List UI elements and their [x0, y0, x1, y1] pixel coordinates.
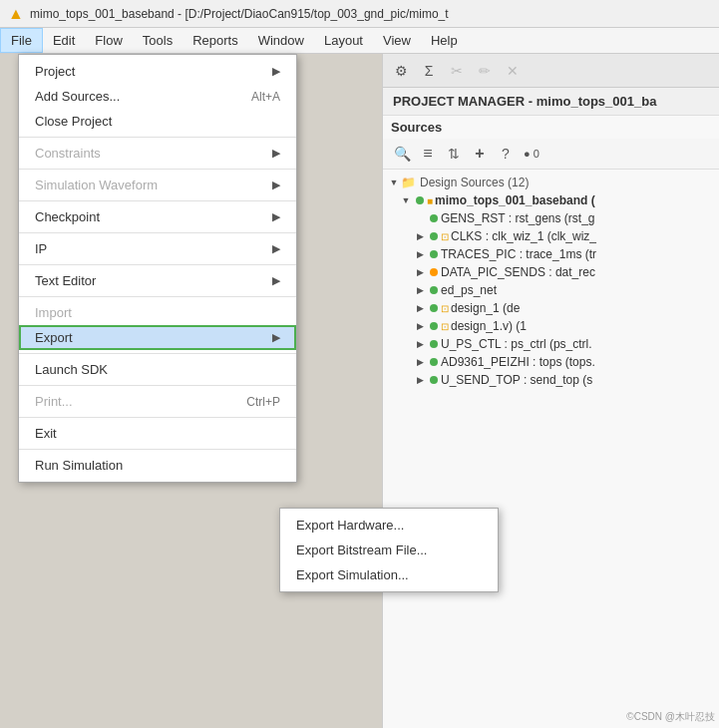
- menu-view[interactable]: View: [373, 28, 421, 53]
- expand-icon: ▶: [413, 265, 427, 279]
- tree-item[interactable]: ▶ TRACES_PIC : trace_1ms (tr: [383, 245, 719, 263]
- status-dot: [430, 340, 438, 348]
- menu-reports[interactable]: Reports: [182, 28, 248, 53]
- app-icon: ▲: [8, 6, 24, 22]
- menu-item-close-project[interactable]: Close Project: [19, 109, 296, 134]
- tree-item[interactable]: ▶ ed_ps_net: [383, 281, 719, 299]
- folder-icon: 📁: [401, 176, 416, 189]
- tree-item[interactable]: ▶ ⊡ CLKS : clk_wiz_1 (clk_wiz_: [383, 227, 719, 245]
- menu-item-text-editor[interactable]: Text Editor ▶: [19, 268, 296, 293]
- status-dot: [430, 322, 438, 330]
- toolbar-settings[interactable]: ⚙: [389, 59, 413, 83]
- sources-toolbar: 🔍 ≡ ⇅ + ? ● 0: [383, 139, 719, 170]
- menu-item-constraints: Constraints ▶: [19, 141, 296, 166]
- expand-icon: [413, 211, 427, 225]
- tree-item[interactable]: ▶ U_SEND_TOP : send_top (s: [383, 371, 719, 389]
- menu-flow[interactable]: Flow: [85, 28, 132, 53]
- status-dot: [430, 214, 438, 222]
- menu-layout[interactable]: Layout: [314, 28, 373, 53]
- status-dot: [430, 376, 438, 384]
- block-icon: ⊡: [441, 321, 449, 332]
- export-submenu: Export Hardware... Export Bitstream File…: [279, 508, 499, 592]
- src-sort[interactable]: ⇅: [443, 143, 465, 165]
- pm-header: PROJECT MANAGER - mimo_tops_001_ba: [383, 88, 719, 116]
- menu-help[interactable]: Help: [421, 28, 468, 53]
- status-dot: [430, 268, 438, 276]
- separator-bottom: [19, 449, 296, 450]
- expand-icon: ▶: [413, 337, 427, 351]
- submenu-item-export-bitstream[interactable]: Export Bitstream File...: [280, 538, 498, 562]
- submenu-arrow: ▶: [272, 242, 280, 255]
- submenu-arrow: ▶: [272, 210, 280, 223]
- submenu-item-export-simulation[interactable]: Export Simulation...: [280, 562, 498, 587]
- toolbar-sigma[interactable]: Σ: [417, 59, 441, 83]
- sources-label: Sources: [383, 116, 719, 139]
- tree-item[interactable]: ▶ ⊡ design_1.v) (1: [383, 317, 719, 335]
- submenu-item-export-hardware[interactable]: Export Hardware...: [280, 513, 498, 538]
- block-icon: ⊡: [441, 231, 449, 242]
- menu-item-export[interactable]: Export ▶: [19, 325, 296, 350]
- menu-item-print: Print... Ctrl+P: [19, 389, 296, 414]
- menu-item-add-sources[interactable]: Add Sources... Alt+A: [19, 84, 296, 109]
- tree-item[interactable]: GENS_RST : rst_gens (rst_g: [383, 209, 719, 227]
- src-search[interactable]: 🔍: [391, 143, 413, 165]
- title-bar: ▲ mimo_tops_001_baseband - [D:/Project/D…: [0, 0, 719, 28]
- toolbar-cut: ✂: [445, 59, 469, 83]
- menu-item-import: Import: [19, 300, 296, 325]
- separator-6: [19, 296, 296, 297]
- tree-design-sources[interactable]: ▼ 📁 Design Sources (12): [383, 174, 719, 191]
- project-manager-panel: ⚙ Σ ✂ ✏ ✕ PROJECT MANAGER - mimo_tops_00…: [382, 54, 719, 728]
- separator-4: [19, 232, 296, 233]
- tree-item[interactable]: ▼ ■ mimo_tops_001_baseband (: [383, 191, 719, 209]
- expand-icon: ▼: [387, 176, 401, 189]
- separator-5: [19, 264, 296, 265]
- menu-item-launch-sdk[interactable]: Launch SDK: [19, 357, 296, 382]
- tree-item[interactable]: ▶ DATA_PIC_SENDS : dat_rec: [383, 263, 719, 281]
- separator-1: [19, 137, 296, 138]
- module-icon: ■: [427, 195, 433, 206]
- menu-item-run-simulation[interactable]: Run Simulation: [19, 453, 296, 478]
- tree-area: ▼ 📁 Design Sources (12) ▼ ■ mimo_tops_00…: [383, 170, 719, 714]
- src-add[interactable]: +: [469, 143, 491, 165]
- submenu-arrow: ▶: [272, 147, 280, 160]
- expand-icon: ▶: [413, 229, 427, 243]
- menu-item-exit[interactable]: Exit: [19, 421, 296, 446]
- menu-edit[interactable]: Edit: [43, 28, 85, 53]
- expand-icon: ▶: [413, 247, 427, 261]
- separator-2: [19, 169, 296, 170]
- submenu-arrow: ▶: [272, 274, 280, 287]
- pm-toolbar: ⚙ Σ ✂ ✏ ✕: [383, 54, 719, 88]
- expand-icon: ▶: [413, 355, 427, 369]
- menu-file[interactable]: File: [0, 28, 43, 53]
- menu-tools[interactable]: Tools: [133, 28, 182, 53]
- src-count: ● 0: [521, 143, 542, 165]
- expand-icon: ▶: [413, 301, 427, 315]
- separator-7: [19, 353, 296, 354]
- status-dot: [430, 358, 438, 366]
- menu-window[interactable]: Window: [248, 28, 314, 53]
- src-help[interactable]: ?: [495, 143, 517, 165]
- separator-9: [19, 417, 296, 418]
- menu-item-ip[interactable]: IP ▶: [19, 236, 296, 261]
- menu-item-simulation-waveform: Simulation Waveform ▶: [19, 173, 296, 197]
- expand-icon: ▶: [413, 373, 427, 387]
- tree-item[interactable]: ▶ ⊡ design_1 (de: [383, 299, 719, 317]
- status-dot: [430, 250, 438, 258]
- main-content: Project ▶ Add Sources... Alt+A Close Pro…: [0, 54, 719, 728]
- tree-item[interactable]: ▶ AD9361_PEIZHI : tops (tops.: [383, 353, 719, 371]
- status-dot: [430, 304, 438, 312]
- menu-item-project[interactable]: Project ▶: [19, 59, 296, 84]
- status-dot: [430, 286, 438, 294]
- watermark: ©CSDN @木叶忍技: [626, 710, 715, 724]
- src-list[interactable]: ≡: [417, 143, 439, 165]
- submenu-arrow: ▶: [272, 65, 280, 78]
- toolbar-edit: ✏: [473, 59, 497, 83]
- menu-item-checkpoint[interactable]: Checkpoint ▶: [19, 204, 296, 229]
- expand-icon: ▼: [399, 193, 413, 207]
- expand-icon: ▶: [413, 283, 427, 297]
- tree-item[interactable]: ▶ U_PS_CTL : ps_ctrl (ps_ctrl.: [383, 335, 719, 353]
- expand-icon: ▶: [413, 319, 427, 333]
- status-dot: [416, 196, 424, 204]
- status-dot: [430, 232, 438, 240]
- title-text: mimo_tops_001_baseband - [D:/Project/Dia…: [30, 7, 449, 21]
